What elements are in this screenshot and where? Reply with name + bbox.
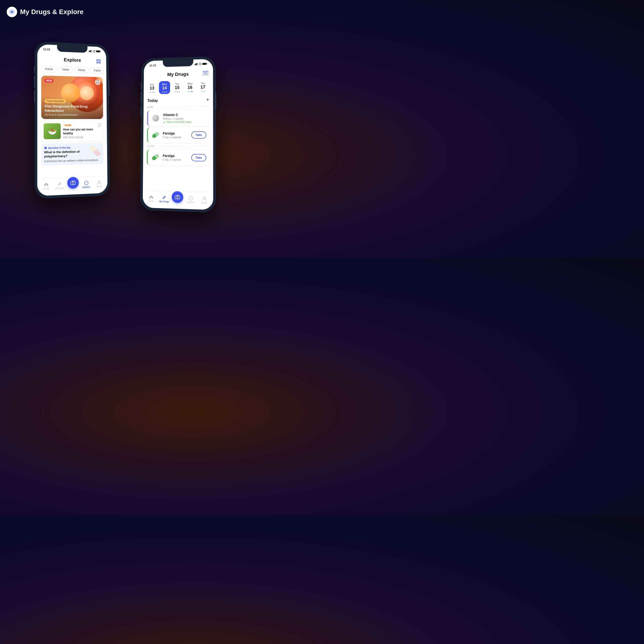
- taken-status: Taken at 9:49 AM, today: [163, 120, 206, 123]
- nav-home[interactable]: Home: [39, 182, 53, 190]
- take-button-farxiga-12pm[interactable]: Take: [191, 154, 206, 161]
- svg-rect-1: [89, 51, 90, 52]
- category-badge: Food Interaction: [45, 99, 66, 103]
- phone-notch: [57, 45, 88, 53]
- drug-name-farxiga-12pm: Farxiga: [163, 154, 191, 158]
- svg-rect-4: [92, 50, 92, 51]
- explore-icon: [84, 180, 88, 185]
- my-drugs-screen: 11:13 My Drugs Sun 13: [143, 59, 213, 210]
- cal-day-wed[interactable]: Wed 16: [184, 80, 196, 93]
- drug-name-farxiga-8am: Farxiga: [163, 131, 191, 135]
- svg-rect-18: [197, 63, 198, 64]
- drug-icon-farxiga-12pm: [151, 152, 160, 162]
- explore-title: Explore: [64, 57, 81, 63]
- svg-rect-25: [204, 74, 208, 74]
- calendar-strip: Sun 13 Mon 14: [144, 78, 213, 96]
- cal-day-thu[interactable]: Thu 17: [197, 80, 209, 93]
- drug-name-vitamin-c: Vitamin C: [163, 113, 206, 117]
- status-time-2: 11:13: [149, 64, 156, 67]
- drug-entry-vitamin-c[interactable]: Vitamin C 500mg, 1 capsule Taken at 9:49…: [147, 110, 209, 126]
- nav-my-drugs[interactable]: My Drugs: [53, 181, 67, 190]
- my-drugs-title: My Drugs: [167, 71, 189, 77]
- question-text: A pharmacy that can address multiple pre…: [44, 159, 101, 163]
- svg-rect-3: [91, 50, 91, 52]
- status-time: 11:13: [43, 48, 50, 51]
- svg-point-31: [203, 197, 205, 199]
- nav-explore[interactable]: Explore: [80, 180, 93, 188]
- nav-profile[interactable]: Profile: [93, 180, 106, 188]
- article-thumbnail: 🥗: [44, 123, 61, 139]
- drug-dose-farxiga-8am: 5 mg, 1 capsule: [163, 136, 191, 139]
- app-logo-icon: [7, 7, 17, 17]
- svg-text:?: ?: [45, 147, 46, 149]
- nav-explore-2[interactable]: Explore: [184, 195, 198, 203]
- explore-icon-2: [188, 196, 193, 201]
- cal-day-tue[interactable]: Tue 15: [171, 81, 183, 94]
- camera-button-2[interactable]: [172, 191, 183, 203]
- time-label-12pm: 12 PM: [143, 144, 213, 149]
- pill-icon-2: [162, 195, 167, 200]
- article-card[interactable]: 🥗 Health How can you eat more healthy Wa…: [41, 121, 103, 142]
- list-view-icon[interactable]: [203, 71, 208, 76]
- nav-explore-label-2: Explore: [187, 201, 195, 203]
- bookmark-header-icon[interactable]: [95, 58, 102, 65]
- app-header: My Drugs & Explore: [7, 7, 83, 17]
- svg-rect-6: [100, 51, 101, 52]
- svg-point-12: [72, 182, 74, 184]
- nav-profile-label: Profile: [96, 185, 102, 188]
- card-title: Five Dangerous Food-Drug Interactions: [45, 104, 100, 113]
- filter-article[interactable]: Article: [41, 66, 57, 73]
- question-section[interactable]: ? Question of the day What is the defini…: [41, 143, 104, 166]
- nav-home-label-2: Home: [148, 200, 154, 202]
- drug-entry-farxiga-12pm[interactable]: Farxiga 5 mg, 1 capsule Take: [147, 149, 209, 166]
- today-header: Today +: [144, 95, 213, 105]
- nav-home-2[interactable]: Home: [145, 194, 158, 203]
- svg-rect-16: [196, 63, 196, 65]
- phone-explore: 11:13 Explore Article Video News Fac: [35, 42, 109, 198]
- svg-rect-15: [195, 64, 195, 65]
- drug-entry-farxiga-8am[interactable]: Farxiga 5 mg, 1 capsule Take: [147, 127, 209, 143]
- drug-info-vitamin-c: Vitamin C 500mg, 1 capsule Taken at 9:49…: [163, 113, 206, 123]
- pill-icon: [57, 181, 62, 186]
- cal-day-sun[interactable]: Sun 13: [146, 81, 158, 94]
- phone-notch-2: [163, 59, 193, 67]
- add-medication-button[interactable]: +: [206, 97, 209, 103]
- svg-point-14: [98, 181, 100, 183]
- nav-drugs-label: My Drugs: [55, 187, 64, 189]
- card-source: US Food & Drug Administration: [45, 114, 100, 116]
- filter-facts[interactable]: Facts: [90, 67, 104, 74]
- take-button-farxiga-8am[interactable]: Take: [191, 131, 206, 139]
- article-bookmark-icon[interactable]: [98, 124, 101, 127]
- featured-bookmark-icon[interactable]: [95, 79, 100, 85]
- profile-icon: [97, 180, 102, 185]
- nav-profile-2[interactable]: Profile: [197, 196, 211, 204]
- app-title: My Drugs & Explore: [20, 8, 83, 16]
- svg-rect-2: [90, 50, 90, 52]
- drug-info-farxiga-12pm: Farxiga 5 mg, 1 capsule: [163, 154, 191, 161]
- home-icon: [44, 182, 49, 187]
- filter-video[interactable]: Video: [58, 66, 73, 73]
- featured-card[interactable]: NEW Food Interaction Five Dangerous Food…: [41, 76, 103, 119]
- svg-rect-24: [204, 73, 208, 73]
- drug-icon-farxiga-8am: [151, 130, 161, 140]
- nav-my-drugs-2[interactable]: My Drugs: [158, 195, 171, 203]
- new-badge: NEW: [44, 78, 54, 83]
- svg-rect-20: [207, 63, 207, 64]
- phone-my-drugs: 11:13 My Drugs Sun 13: [141, 57, 215, 212]
- pill-decoration: 💊: [89, 145, 101, 157]
- card-overlay: Food Interaction Five Dangerous Food-Dru…: [41, 96, 103, 119]
- cal-day-mon[interactable]: Mon 14: [159, 81, 170, 94]
- drugs-bottom-nav: Home My Drugs Explore Profile: [143, 190, 213, 210]
- nav-home-label: Home: [43, 187, 49, 190]
- today-label: Today: [147, 99, 158, 103]
- drug-info-farxiga-8am: Farxiga 5 mg, 1 capsule: [163, 131, 191, 139]
- drug-dose-vitamin-c: 500mg, 1 capsule: [163, 117, 206, 120]
- svg-rect-5: [96, 50, 100, 52]
- nav-camera[interactable]: [66, 181, 80, 189]
- filter-news[interactable]: News: [75, 67, 89, 73]
- svg-rect-19: [203, 63, 207, 65]
- nav-camera-2[interactable]: [171, 195, 184, 203]
- article-title: How can you eat more healthy: [63, 128, 101, 135]
- camera-button[interactable]: [67, 177, 79, 189]
- profile-icon-2: [202, 196, 207, 201]
